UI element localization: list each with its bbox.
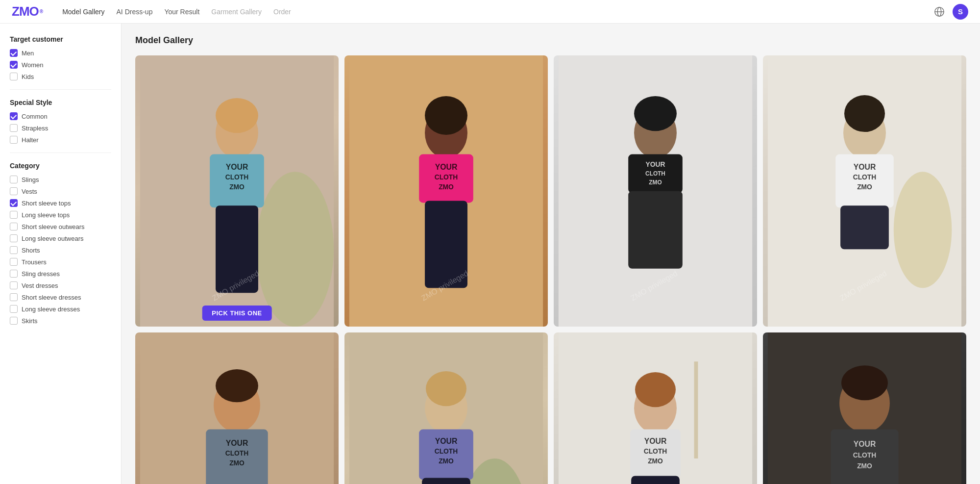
checkbox-long-sleeve-tops[interactable]: Long sleeve tops (10, 211, 111, 219)
checkbox-kids-label: Kids (22, 73, 34, 80)
checkbox-vests-label: Vests (22, 188, 37, 195)
checkbox-vest-dresses-label: Vest dresses (22, 282, 58, 289)
checkbox-short-sleeve-tops[interactable]: Short sleeve tops (10, 199, 111, 207)
page-title: Model Gallery (135, 35, 966, 46)
checkbox-trousers-box[interactable] (10, 258, 18, 266)
nav-ai-dress-up[interactable]: AI Dress-up (117, 8, 153, 16)
checkbox-long-sleeve-dresses-box[interactable] (10, 305, 18, 313)
checkbox-trousers[interactable]: Trousers (10, 258, 111, 266)
checkbox-vest-dresses[interactable]: Vest dresses (10, 281, 111, 289)
svg-point-15 (425, 96, 467, 135)
checkbox-halter-box[interactable] (10, 136, 18, 144)
checkbox-common[interactable]: Common (10, 112, 111, 120)
svg-point-25 (634, 96, 677, 131)
nav-garment-gallery[interactable]: Garment Gallery (211, 8, 262, 16)
checkbox-men-label: Men (22, 50, 34, 57)
nav-model-gallery[interactable]: Model Gallery (62, 8, 104, 16)
checkbox-vests[interactable]: Vests (10, 187, 111, 195)
checkbox-long-sleeve-outwears-box[interactable] (10, 234, 18, 242)
checkbox-long-sleeve-outwears[interactable]: Long sleeve outwears (10, 234, 111, 242)
model-item-8[interactable]: YOUR CLOTH ZMO ZMO privileged (763, 332, 966, 484)
model-item-3[interactable]: YOUR CLOTH ZMO ZMO privileged (554, 55, 757, 327)
checkbox-men[interactable]: Men (10, 49, 111, 57)
checkbox-women-box[interactable] (10, 61, 18, 69)
model-item-7[interactable]: YOUR CLOTH ZMO ZMO privileged (554, 332, 757, 484)
main-nav: Model Gallery AI Dress-up Your Result Ga… (62, 8, 291, 16)
checkbox-vests-box[interactable] (10, 187, 18, 195)
checkbox-long-sleeve-dresses-label: Long sleeve dresses (22, 306, 80, 313)
divider-2 (10, 153, 111, 153)
checkbox-short-sleeve-dresses[interactable]: Short sleeve dresses (10, 293, 111, 301)
svg-text:ZMO: ZMO (229, 459, 245, 467)
checkbox-common-box[interactable] (10, 112, 18, 120)
svg-text:YOUR: YOUR (646, 160, 665, 168)
checkbox-kids[interactable]: Kids (10, 73, 111, 80)
checkbox-short-sleeve-outwears[interactable]: Short sleeve outwears (10, 223, 111, 230)
model-svg-2: YOUR CLOTH ZMO ZMO privileged (344, 55, 548, 327)
checkbox-short-sleeve-dresses-box[interactable] (10, 293, 18, 301)
model-item-6[interactable]: YOUR CLOTH ZMO ZMO privileged (344, 332, 548, 484)
model-svg-8: YOUR CLOTH ZMO ZMO privileged (763, 332, 966, 484)
checkbox-halter-label: Halter (22, 136, 39, 144)
user-avatar[interactable]: S (953, 4, 968, 20)
model-figure-5: YOUR CLOTH ZMO ZMO privileged (135, 332, 339, 484)
svg-rect-70 (631, 476, 680, 484)
model-item-4[interactable]: YOUR CLOTH ZMO ZMO privileged (763, 55, 966, 327)
category-title: Category (10, 162, 111, 170)
target-customer-title: Target customer (10, 35, 111, 43)
model-item-1[interactable]: YOUR CLOTH ZMO ZMO privileged PICK THIS … (135, 55, 339, 327)
checkbox-long-sleeve-tops-box[interactable] (10, 211, 18, 219)
divider-1 (10, 89, 111, 90)
model-svg-4: YOUR CLOTH ZMO ZMO privileged (763, 55, 966, 327)
checkbox-strapless-box[interactable] (10, 124, 18, 132)
svg-text:CLOTH: CLOTH (225, 173, 249, 181)
checkbox-skirts[interactable]: Skirts (10, 317, 111, 325)
model-item-5[interactable]: YOUR CLOTH ZMO ZMO privileged (135, 332, 339, 484)
logo[interactable]: ZMO® (12, 4, 43, 19)
checkbox-shorts-box[interactable] (10, 246, 18, 254)
checkbox-skirts-label: Skirts (22, 317, 38, 325)
model-figure-7: YOUR CLOTH ZMO ZMO privileged (554, 332, 757, 484)
checkbox-sling-dresses-box[interactable] (10, 270, 18, 278)
svg-text:ZMO: ZMO (439, 183, 454, 191)
gallery-grid-row1: YOUR CLOTH ZMO ZMO privileged PICK THIS … (135, 55, 966, 327)
svg-text:ZMO: ZMO (229, 183, 245, 191)
checkbox-halter[interactable]: Halter (10, 136, 111, 144)
svg-text:ZMO: ZMO (857, 462, 872, 470)
checkbox-short-sleeve-tops-box[interactable] (10, 199, 18, 207)
model-svg-5: YOUR CLOTH ZMO ZMO privileged (135, 332, 339, 484)
checkbox-short-sleeve-tops-label: Short sleeve tops (22, 200, 71, 207)
checkbox-shorts[interactable]: Shorts (10, 246, 111, 254)
svg-rect-30 (628, 191, 683, 269)
checkbox-short-sleeve-outwears-box[interactable] (10, 223, 18, 230)
globe-icon[interactable] (934, 6, 945, 17)
model-figure-4: YOUR CLOTH ZMO ZMO privileged (763, 55, 966, 327)
sidebar: Target customer Men Women Kids Special S… (0, 24, 122, 484)
checkbox-strapless[interactable]: Strapless (10, 124, 111, 132)
svg-text:CLOTH: CLOTH (645, 170, 665, 177)
checkbox-slings[interactable]: Slings (10, 176, 111, 183)
checkbox-vest-dresses-box[interactable] (10, 281, 18, 289)
nav-order[interactable]: Order (273, 8, 291, 16)
svg-point-54 (426, 371, 466, 406)
checkbox-men-box[interactable] (10, 49, 18, 57)
checkbox-long-sleeve-dresses[interactable]: Long sleeve dresses (10, 305, 111, 313)
checkbox-strapless-label: Strapless (22, 125, 48, 132)
checkbox-common-label: Common (22, 113, 48, 120)
svg-rect-40 (840, 205, 889, 249)
checkbox-skirts-box[interactable] (10, 317, 18, 325)
model-item-2[interactable]: YOUR CLOTH ZMO ZMO privileged (344, 55, 548, 327)
checkbox-sling-dresses[interactable]: Sling dresses (10, 270, 111, 278)
model-figure-1: YOUR CLOTH ZMO ZMO privileged (135, 55, 339, 327)
checkbox-women-label: Women (22, 61, 44, 69)
checkbox-kids-box[interactable] (10, 73, 18, 80)
svg-text:YOUR: YOUR (435, 163, 458, 171)
checkbox-slings-box[interactable] (10, 176, 18, 183)
model-svg-3: YOUR CLOTH ZMO ZMO privileged (554, 55, 757, 327)
svg-text:ZMO: ZMO (857, 183, 872, 191)
checkbox-short-sleeve-dresses-label: Short sleeve dresses (22, 294, 81, 301)
checkbox-women[interactable]: Women (10, 61, 111, 69)
pick-button-1[interactable]: PICK THIS ONE (202, 306, 272, 321)
svg-text:YOUR: YOUR (854, 163, 876, 171)
nav-your-result[interactable]: Your Result (164, 8, 199, 16)
